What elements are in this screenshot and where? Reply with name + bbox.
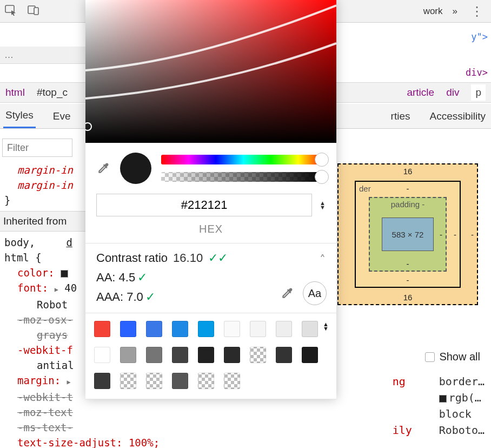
style-declaration[interactable]: font: ▶ 40 — [4, 280, 88, 297]
check-icon: ✓ — [145, 290, 155, 304]
style-declaration[interactable]: margin-in — [4, 162, 88, 177]
collapse-chevron-icon[interactable]: ˄ — [320, 253, 326, 267]
styles-rules-panel: margin-in margin-in } Inherited from bod… — [0, 160, 92, 448]
inspect-element-icon[interactable] — [4, 4, 17, 18]
palette-swatch[interactable] — [198, 347, 214, 363]
saturation-lightness-field[interactable] — [85, 0, 336, 143]
show-all-checkbox[interactable] — [425, 352, 435, 362]
color-picker-popover: ▲▼ HEX Contrast ratio 16.10 ✓✓ ˄ AA: 4.5… — [85, 0, 336, 399]
tab-accessibility[interactable]: Accessibility — [428, 105, 488, 128]
style-value-overridden: grays — [4, 327, 88, 342]
contrast-label: Contrast ratio — [96, 251, 168, 265]
color-swatch-icon[interactable] — [439, 395, 447, 403]
computed-properties-list: ngborder… rgb(… block ilyRoboto… — [393, 373, 485, 438]
crumb-p-selected[interactable]: p — [471, 84, 486, 101]
palette-swatch[interactable] — [302, 347, 318, 363]
palette-swatch[interactable] — [302, 321, 318, 337]
palette-swatch[interactable] — [224, 321, 240, 337]
svg-rect-2 — [34, 8, 38, 15]
eyedropper-icon[interactable] — [96, 161, 110, 175]
crumb-article[interactable]: article — [407, 87, 434, 98]
palette-swatch[interactable] — [198, 373, 214, 389]
crumb-div[interactable]: div — [446, 87, 459, 98]
palette-swatch[interactable] — [276, 321, 292, 337]
palette-swatch[interactable] — [146, 347, 162, 363]
device-mode-icon[interactable] — [27, 4, 40, 18]
alpha-slider-handle[interactable] — [315, 170, 329, 184]
palette-swatch[interactable] — [120, 373, 136, 389]
style-declaration[interactable]: color: — [4, 265, 88, 280]
palette-spinner[interactable]: ▲▼ — [323, 322, 329, 331]
style-value: antial — [4, 358, 88, 373]
palette-swatch[interactable] — [146, 321, 162, 337]
border-bottom-value: - — [407, 275, 409, 285]
border-top-value: - — [407, 184, 409, 193]
rule-selector[interactable]: body, d — [4, 235, 88, 250]
kebab-menu-icon[interactable]: ⋮ — [467, 4, 487, 19]
computed-value: block — [439, 406, 472, 422]
computed-key[interactable]: ily — [393, 422, 425, 438]
tab-properties[interactable]: rties — [389, 105, 413, 128]
style-declaration[interactable]: margin: ▶ — [4, 373, 88, 390]
palette-swatch[interactable] — [224, 373, 240, 389]
palette-swatch[interactable] — [120, 347, 136, 363]
palette-swatch[interactable] — [172, 347, 188, 363]
palette-swatch[interactable] — [250, 347, 266, 363]
text-sample-button[interactable]: Aa — [303, 281, 327, 305]
palette-swatch[interactable] — [224, 347, 240, 363]
palette-swatch[interactable] — [198, 321, 214, 337]
spectrum-handle[interactable] — [85, 122, 92, 131]
palette-swatch[interactable] — [276, 347, 292, 363]
computed-key[interactable]: ng — [393, 373, 425, 390]
color-palette: ▲▼ — [85, 313, 336, 399]
style-declaration-overridden[interactable]: -ms-text- — [4, 420, 88, 435]
rule-selector[interactable]: html { — [4, 250, 88, 265]
padding-bottom-value: - — [407, 259, 409, 268]
dom-body-fragment: y"> — [471, 31, 488, 42]
background-eyedropper-icon[interactable] — [280, 286, 294, 300]
current-color-swatch — [120, 153, 151, 184]
palette-swatch[interactable] — [94, 347, 110, 363]
style-declaration-overridden[interactable]: -moz-osx- — [4, 312, 88, 327]
computed-value: border… — [439, 373, 485, 390]
computed-value: Roboto… — [439, 422, 485, 438]
palette-swatch[interactable] — [146, 373, 162, 389]
crumb-html[interactable]: html — [5, 87, 25, 98]
border-right-value: - — [454, 230, 456, 239]
style-declaration[interactable]: -webkit-f — [4, 342, 88, 358]
color-value-input[interactable] — [96, 194, 312, 216]
style-value: Robot — [4, 297, 88, 312]
tab-event-listeners[interactable]: Eve — [51, 105, 73, 128]
hue-slider[interactable] — [161, 155, 326, 164]
style-declaration-overridden[interactable]: -webkit-t — [4, 390, 88, 405]
inherited-from-header: Inherited from — [0, 211, 92, 232]
padding-right-value: - — [440, 230, 442, 239]
style-declaration[interactable]: margin-in — [4, 177, 88, 193]
palette-swatch[interactable] — [172, 321, 188, 337]
tab-styles[interactable]: Styles — [3, 104, 36, 128]
palette-swatch[interactable] — [250, 321, 266, 337]
crumb-top-id[interactable]: #top_c — [37, 87, 68, 98]
tab-network[interactable]: work — [423, 6, 443, 17]
palette-swatch[interactable] — [94, 373, 110, 389]
palette-swatch[interactable] — [120, 321, 136, 337]
expand-triangle-icon[interactable]: ▶ — [55, 286, 58, 293]
content-dimensions: 583 × 72 — [382, 218, 434, 251]
box-model-diagram[interactable]: 16 16 - der - - - padding - - - 583 × 72 — [337, 163, 478, 305]
show-all-row: Show all — [425, 351, 480, 363]
show-all-label: Show all — [439, 351, 480, 363]
alpha-slider[interactable] — [161, 172, 326, 182]
color-swatch-icon[interactable] — [61, 270, 68, 278]
hue-slider-handle[interactable] — [315, 153, 329, 167]
tabs-overflow-icon[interactable]: » — [453, 6, 457, 17]
palette-swatch[interactable] — [172, 373, 188, 389]
palette-swatch[interactable] — [94, 321, 110, 337]
expand-triangle-icon[interactable]: ▶ — [67, 378, 71, 386]
check-icon: ✓ — [137, 271, 147, 284]
computed-value: rgb(… — [439, 390, 481, 406]
color-format-spinner[interactable]: ▲▼ — [320, 201, 326, 209]
style-declaration[interactable]: text-size-adjust: 100%; — [4, 435, 88, 448]
style-declaration-overridden[interactable]: -moz-text — [4, 405, 88, 420]
styles-filter-input[interactable] — [2, 139, 72, 157]
dom-collapsed-bar[interactable]: … — [0, 47, 85, 64]
